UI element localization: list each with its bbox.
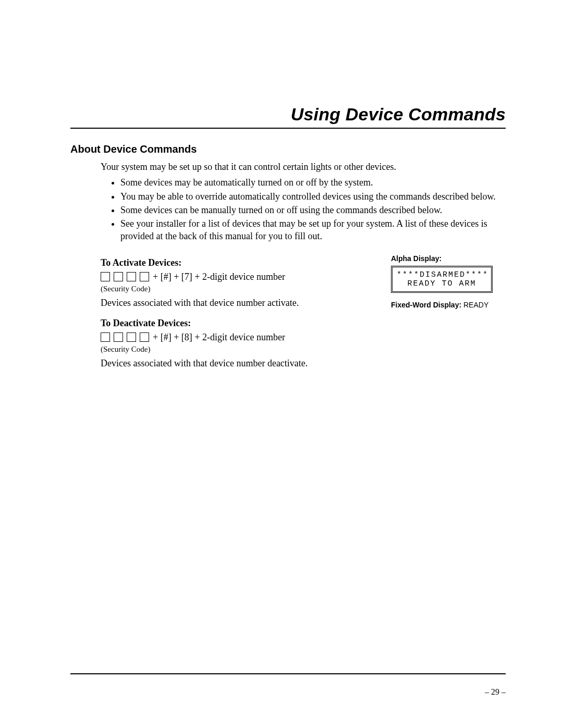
- right-column: Alpha Display: ****DISARMED**** READY TO…: [391, 254, 506, 310]
- deactivate-heading: To Deactivate Devices:: [101, 318, 378, 329]
- bullet-list: Some devices may be automatically turned…: [101, 176, 506, 242]
- activate-suffix: + [#] + [7] + 2-digit device number: [153, 272, 285, 282]
- deactivate-sequence: + [#] + [8] + 2-digit device number: [101, 332, 378, 343]
- fixed-word-label: Fixed-Word Display:: [391, 301, 463, 309]
- page-container: Using Device Commands About Device Comma…: [0, 0, 563, 728]
- page-title: Using Device Commands: [70, 104, 506, 125]
- fixed-word-value: READY: [463, 301, 488, 309]
- lcd-display: ****DISARMED**** READY TO ARM: [391, 266, 493, 293]
- footer-rule: [70, 673, 506, 674]
- security-code-box-icon: [114, 332, 123, 342]
- deactivate-suffix: + [#] + [8] + 2-digit device number: [153, 332, 285, 343]
- intro-paragraph: Your system may be set up so that it can…: [101, 161, 506, 173]
- bullet-item: Some devices can be manually turned on o…: [120, 204, 506, 216]
- security-code-label: (Security Code): [101, 285, 378, 293]
- activate-result: Devices associated with that device numb…: [101, 298, 378, 309]
- bullet-item: See your installer for a list of devices…: [120, 217, 506, 243]
- lcd-line-1: ****DISARMED****: [397, 270, 487, 279]
- title-rule: [70, 128, 506, 129]
- activate-heading: To Activate Devices:: [101, 257, 378, 268]
- security-code-box-icon: [101, 332, 110, 342]
- alpha-display-label: Alpha Display:: [391, 254, 506, 263]
- bullet-item: You may be able to override automaticall…: [120, 190, 506, 203]
- section-heading: About Device Commands: [70, 143, 506, 155]
- security-code-box-icon: [101, 272, 110, 281]
- lcd-line-2: READY TO ARM: [397, 279, 487, 288]
- security-code-label: (Security Code): [101, 345, 378, 354]
- activate-sequence: + [#] + [7] + 2-digit device number: [101, 272, 378, 282]
- fixed-word-row: Fixed-Word Display: READY: [391, 300, 506, 310]
- security-code-box-icon: [127, 272, 136, 281]
- page-number: – 29 –: [0, 687, 506, 697]
- security-code-box-icon: [140, 332, 149, 342]
- bullet-item: Some devices may be automatically turned…: [120, 176, 506, 189]
- security-code-box-icon: [114, 272, 123, 281]
- deactivate-result: Devices associated with that device numb…: [101, 358, 378, 369]
- columns: To Activate Devices: + [#] + [7] + 2-dig…: [101, 254, 506, 378]
- security-code-box-icon: [127, 332, 136, 342]
- left-column: To Activate Devices: + [#] + [7] + 2-dig…: [101, 254, 391, 378]
- security-code-box-icon: [140, 272, 149, 281]
